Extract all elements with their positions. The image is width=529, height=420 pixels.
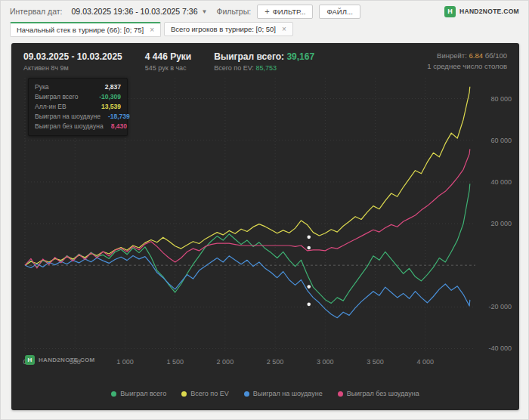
won-total-value: 39,167 bbox=[286, 51, 314, 62]
winrate-value: 6.84 bbox=[469, 51, 483, 60]
svg-text:-20 000: -20 000 bbox=[488, 303, 512, 310]
filter-tab-starting-stack[interactable]: Начальный стек в турнире (66): [0; 75] × bbox=[10, 22, 161, 37]
svg-text:3 000: 3 000 bbox=[317, 358, 334, 366]
legend-item-nonshowdown[interactable]: Выиграл без шоудауна bbox=[338, 390, 419, 397]
hand2note-logo: H HAND2NOTE.COM bbox=[444, 6, 519, 17]
winrate-unit: бб/100 bbox=[485, 51, 507, 60]
tooltip-row-ev: Алл-ин EВ 13,539 bbox=[35, 102, 121, 112]
session-dates-block: 09.03.2025 - 10.03.2025 Активен 8ч 9м bbox=[23, 51, 122, 72]
winnings-block: Выиграл всего: 39,167 Всего по EV: 85,75… bbox=[214, 51, 314, 72]
svg-text:1 500: 1 500 bbox=[166, 358, 184, 366]
chart-area: 05001 0001 5002 0002 5003 0003 5004 0008… bbox=[11, 75, 519, 401]
date-interval-label: Интервал дат: bbox=[10, 7, 63, 16]
chart-watermark: H HAND2NOTE.COM bbox=[25, 355, 95, 365]
svg-text:40 000: 40 000 bbox=[490, 178, 512, 186]
hands-per-hour: 545 рук в час bbox=[145, 64, 191, 72]
legend-dot-icon bbox=[181, 391, 187, 397]
date-range-value: 09.03.2025 19:36 - 10.03.2025 7:36 bbox=[72, 7, 198, 16]
toolbar: Интервал дат: 09.03.2025 19:36 - 10.03.2… bbox=[1, 1, 528, 22]
close-icon[interactable]: × bbox=[282, 26, 286, 32]
svg-text:60 000: 60 000 bbox=[490, 137, 512, 144]
stats-header: 09.03.2025 - 10.03.2025 Активен 8ч 9м 4 … bbox=[11, 43, 519, 73]
svg-text:-40 000: -40 000 bbox=[488, 344, 512, 352]
tooltip-row-showdown: Выиграл на шоудауне -18,739 bbox=[35, 112, 121, 122]
won-total-label: Выиграл всего: bbox=[214, 51, 284, 62]
filters-label: Фильтры: bbox=[216, 7, 251, 16]
winrate-label: Винрейт: bbox=[437, 51, 467, 60]
ev-total-label: Всего по EV: bbox=[214, 64, 254, 72]
legend-item-showdown[interactable]: Выиграл на шоудауне bbox=[244, 390, 323, 397]
add-filter-button[interactable]: + ФИЛЬТР... bbox=[257, 5, 313, 19]
svg-text:1 000: 1 000 bbox=[116, 358, 134, 366]
chevron-down-icon: ▼ bbox=[202, 8, 208, 15]
chart-tooltip: Рука 2,837 Выиграл всего -10,309 Алл-ин … bbox=[28, 78, 128, 136]
tooltip-row-nonshowdown: Выиграл без шоудауна 8,430 bbox=[35, 122, 121, 131]
svg-text:2 000: 2 000 bbox=[217, 358, 234, 366]
won-total: Выиграл всего: 39,167 bbox=[214, 51, 314, 62]
svg-text:80 000: 80 000 bbox=[490, 95, 512, 103]
file-button[interactable]: ФАЙЛ... bbox=[319, 5, 360, 19]
legend-item-won[interactable]: Выиграл всего bbox=[111, 390, 166, 397]
legend-dot-icon bbox=[244, 391, 249, 397]
winrate-block: Винрейт: 6.84 бб/100 1 среднее число сто… bbox=[427, 51, 507, 70]
filter-tab-total-players[interactable]: Всего игроков в турнире: [0; 50] × bbox=[164, 22, 293, 36]
plus-icon: + bbox=[264, 8, 269, 15]
hands-block: 4 446 Руки 545 рук в час bbox=[145, 51, 191, 72]
legend-dot-icon bbox=[338, 391, 343, 397]
session-date-range: 09.03.2025 - 10.03.2025 bbox=[23, 51, 122, 62]
app-window: Интервал дат: 09.03.2025 19:36 - 10.03.2… bbox=[0, 0, 529, 420]
stats-panel: 09.03.2025 - 10.03.2025 Активен 8ч 9м 4 … bbox=[11, 43, 519, 410]
tables-average: 1 среднее число столов bbox=[427, 62, 507, 70]
tooltip-row-hand: Рука 2,837 bbox=[35, 82, 121, 92]
chart-legend: Выиграл всего Всего по EV Выиграл на шоу… bbox=[11, 390, 519, 397]
winrate-line: Винрейт: 6.84 бб/100 bbox=[427, 51, 507, 60]
add-filter-button-label: ФИЛЬТР... bbox=[273, 8, 306, 16]
date-range-control[interactable]: 09.03.2025 19:36 - 10.03.2025 7:36 ▼ bbox=[69, 5, 211, 17]
ev-total-value: 85,753 bbox=[255, 64, 277, 72]
svg-text:20 000: 20 000 bbox=[490, 220, 512, 227]
filter-tabbar: Начальный стек в турнире (66): [0; 75] ×… bbox=[1, 22, 528, 39]
hand2note-logo-text: HAND2NOTE.COM bbox=[459, 8, 519, 15]
active-time: Активен 8ч 9м bbox=[23, 64, 122, 72]
ev-total: Всего по EV: 85,753 bbox=[214, 64, 314, 72]
hand2note-logo-icon: H bbox=[25, 355, 35, 365]
svg-text:3 500: 3 500 bbox=[367, 358, 384, 366]
hands-count: 4 446 Руки bbox=[145, 51, 191, 62]
filter-tab-label: Всего игроков в турнире: [0; 50] bbox=[171, 25, 276, 33]
svg-text:4 000: 4 000 bbox=[417, 358, 435, 366]
close-icon[interactable]: × bbox=[150, 26, 154, 33]
legend-dot-icon bbox=[111, 391, 116, 397]
hand2note-logo-text: HAND2NOTE.COM bbox=[39, 357, 95, 363]
file-button-label: ФАЙЛ... bbox=[326, 8, 352, 16]
svg-text:2 500: 2 500 bbox=[267, 358, 284, 366]
hand2note-logo-icon: H bbox=[444, 6, 456, 17]
legend-item-ev[interactable]: Всего по EV bbox=[181, 390, 228, 397]
filter-tab-label: Начальный стек в турнире (66): [0; 75] bbox=[17, 26, 144, 34]
tooltip-row-won: Выиграл всего -10,309 bbox=[35, 92, 121, 102]
